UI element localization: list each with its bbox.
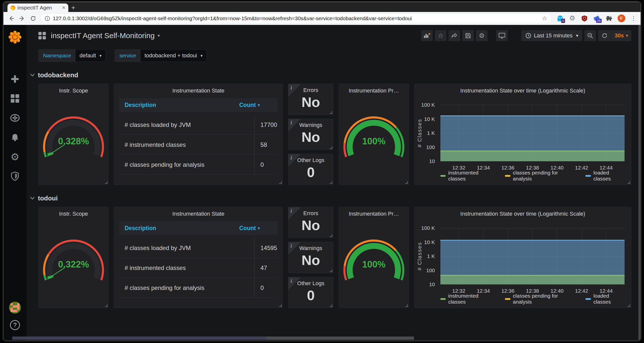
info-icon[interactable]: i	[290, 278, 292, 284]
resize-handle[interactable]	[330, 304, 332, 307]
panel-title[interactable]: Instrumentation State over time (Logarit…	[414, 207, 631, 217]
variable-namespace-value[interactable]: default▾	[76, 50, 106, 62]
dashboard-settings-button[interactable]: ⚙	[476, 30, 488, 41]
browser-tab[interactable]: inspectIT Agen ×	[8, 4, 68, 12]
panel-warnings[interactable]: i Warnings No	[288, 119, 334, 150]
chart-plot-area[interactable]	[440, 228, 624, 284]
row-collapse-chevron-icon[interactable]	[30, 196, 35, 200]
reload-icon[interactable]	[30, 15, 37, 22]
ublock-shield-icon[interactable]	[581, 15, 588, 22]
legend-item[interactable]: instrumented classes	[440, 293, 496, 305]
variable-service-value[interactable]: todobackend + todoui▾	[140, 50, 206, 62]
panel-title[interactable]: Instr. Scope	[39, 207, 108, 217]
forward-icon[interactable]	[18, 15, 26, 22]
resize-handle[interactable]	[628, 304, 630, 307]
ghostery-extension-icon[interactable]: 0	[556, 15, 564, 22]
resize-handle[interactable]	[405, 181, 408, 184]
horizontal-scrollbar[interactable]	[26, 336, 414, 340]
panel-title[interactable]: Instrumentation Pr…	[339, 84, 409, 94]
alerting-bell-icon[interactable]	[10, 132, 20, 142]
row-header-todobackend[interactable]: todobackend	[30, 69, 631, 81]
panel-instrumentation-over-time[interactable]: Instrumentation State over time (Logarit…	[414, 84, 631, 185]
refresh-interval-dropdown[interactable]: 30s ▾	[611, 30, 631, 41]
close-tab-icon[interactable]: ×	[62, 5, 65, 10]
extensions-puzzle-icon[interactable]	[605, 15, 612, 22]
grafana-logo-icon[interactable]	[8, 30, 22, 44]
panel-instr-scope[interactable]: Instr. Scope 0.328%	[38, 84, 109, 185]
resize-handle[interactable]	[105, 181, 108, 184]
row-title[interactable]: todobackend	[38, 71, 78, 79]
explore-compass-icon[interactable]	[10, 113, 20, 123]
panel-title[interactable]: Instrumentation State	[114, 207, 282, 217]
info-icon[interactable]: i	[290, 85, 292, 91]
row-title[interactable]: todoui	[38, 194, 58, 202]
variable-namespace[interactable]: Namespace default▾	[38, 49, 106, 62]
legend-item[interactable]: loaded classes	[586, 293, 627, 305]
create-icon[interactable]	[10, 74, 20, 84]
user-avatar[interactable]	[9, 302, 21, 314]
profile-avatar[interactable]: F	[618, 14, 625, 22]
row-header-todoui[interactable]: todoui	[30, 192, 631, 204]
legend-item[interactable]: loaded classes	[586, 170, 627, 182]
variable-service[interactable]: service todobackend + todoui▾	[115, 49, 207, 62]
panel-instrumentation-progress[interactable]: Instrumentation Pr… 100%	[339, 84, 409, 185]
info-icon[interactable]: i	[290, 243, 292, 249]
panel-instr-scope[interactable]: Instr. Scope 0.322%	[38, 207, 109, 308]
panel-title[interactable]: Instrumentation State over time (Logarit…	[414, 84, 631, 94]
browser-menu-icon[interactable]: ⋮	[630, 15, 636, 22]
info-icon[interactable]: i	[290, 120, 292, 126]
panel-title[interactable]: Instrumentation Pr…	[339, 207, 409, 217]
zoom-out-button[interactable]	[584, 30, 596, 41]
resize-handle[interactable]	[405, 304, 408, 307]
save-dashboard-button[interactable]	[462, 30, 474, 41]
panel-errors[interactable]: i Errors No	[288, 207, 334, 238]
add-panel-button[interactable]	[421, 30, 433, 41]
resize-handle[interactable]	[628, 181, 630, 184]
chart-plot-area[interactable]	[440, 105, 624, 161]
column-header-count[interactable]: Count▾	[239, 102, 272, 108]
panel-errors[interactable]: i Errors No	[288, 84, 334, 115]
dashboards-icon[interactable]	[10, 94, 20, 103]
dashboard-title[interactable]: inspectIT Agent Self-Monitoring	[51, 32, 154, 40]
panel-warnings[interactable]: i Warnings No	[288, 242, 334, 273]
resize-handle[interactable]	[279, 181, 282, 184]
ticket-extension-icon[interactable]: 25	[593, 15, 600, 22]
panel-other-logs[interactable]: i Other Logs 0	[288, 277, 334, 308]
column-header-count[interactable]: Count▾	[239, 225, 272, 232]
resize-handle[interactable]	[330, 270, 332, 272]
legend-item[interactable]: classes pending for analysis	[505, 170, 576, 182]
time-range-picker[interactable]: Last 15 minutes ▾	[522, 30, 582, 41]
help-icon[interactable]: ?	[10, 320, 20, 330]
info-icon[interactable]: i	[290, 208, 292, 214]
resize-handle[interactable]	[330, 146, 332, 149]
panel-title[interactable]: Instr. Scope	[39, 84, 108, 94]
vertical-scrollbar[interactable]	[638, 25, 640, 340]
column-header-description[interactable]: Description	[124, 102, 239, 108]
resize-handle[interactable]	[330, 181, 332, 184]
panel-title[interactable]: Instrumentation State	[114, 84, 282, 94]
info-icon[interactable]: i	[290, 155, 292, 161]
row-collapse-chevron-icon[interactable]	[30, 73, 35, 77]
panel-instrumentation-state[interactable]: Instrumentation State Description Count▾…	[114, 207, 283, 308]
bookmark-star-icon[interactable]: ☆	[542, 15, 547, 22]
panel-instrumentation-progress[interactable]: Instrumentation Pr… 100%	[339, 207, 409, 308]
resize-handle[interactable]	[105, 304, 108, 307]
panel-instrumentation-state[interactable]: Instrumentation State Description Count▾…	[114, 84, 283, 185]
legend-item[interactable]: classes pending for analysis	[505, 293, 576, 305]
server-admin-shield-icon[interactable]	[10, 172, 20, 181]
new-tab-button[interactable]: +	[68, 4, 78, 12]
configuration-gear-icon[interactable]: ⚙	[10, 152, 20, 162]
panel-instrumentation-over-time[interactable]: Instrumentation State over time (Logarit…	[414, 207, 631, 308]
site-info-icon[interactable]	[44, 16, 50, 21]
url-text[interactable]: 127.0.0.1:3002/d/oG69sg5Zk/inspectit-age…	[53, 16, 539, 22]
resize-handle[interactable]	[279, 304, 282, 307]
cycle-view-tv-button[interactable]	[496, 30, 508, 41]
resize-handle[interactable]	[330, 111, 332, 114]
panel-other-logs[interactable]: i Other Logs 0	[288, 154, 334, 185]
resize-handle[interactable]	[330, 234, 332, 237]
settings-extension-icon[interactable]: ⚙	[569, 15, 576, 22]
column-header-description[interactable]: Description	[124, 225, 239, 232]
star-dashboard-button[interactable]: ☆	[435, 30, 446, 41]
legend-item[interactable]: instrumented classes	[440, 170, 496, 182]
back-icon[interactable]	[8, 15, 15, 22]
